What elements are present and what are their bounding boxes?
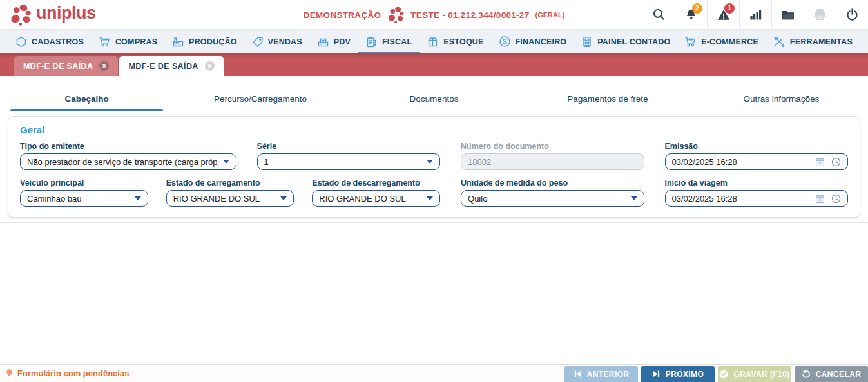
button-label: CANCELAR (816, 370, 862, 379)
field-label: Emissão (665, 142, 848, 151)
tipo-emitente-select[interactable]: Não prestador de serviço de transporte (… (20, 153, 236, 170)
selected-value: Caminhão baú (27, 194, 130, 204)
window-tab-mdfe-active[interactable]: MDF-E DE SAÍDA × (119, 56, 223, 76)
tab-pagamentos-frete[interactable]: Pagamentos de frete (521, 90, 694, 111)
print-button (804, 0, 836, 30)
nav-item-producao[interactable]: PRODUÇÃO (171, 30, 238, 53)
tab-documentos[interactable]: Documentos (347, 90, 521, 111)
statistics-button[interactable] (739, 0, 771, 30)
search-button[interactable] (642, 0, 675, 30)
window-tab-mdfe-inactive[interactable]: MDF-E DE SAÍDA × (14, 56, 118, 76)
field-veiculo-principal: Veículo principal Caminhão baú (20, 178, 148, 207)
tools-icon (773, 36, 786, 48)
nav-label: VENDAS (268, 37, 302, 46)
form-tabs: Cabeçalho Percurso/Carregamento Document… (0, 90, 868, 111)
company-flower-icon (387, 6, 405, 24)
field-label: Veículo principal (20, 178, 148, 187)
field-estado-descarregamento: Estado de descarregamento RIO GRANDE DO … (312, 178, 440, 207)
gravar-button[interactable]: GRAVAR (F10) (718, 366, 791, 382)
calculator-icon (581, 36, 593, 48)
nav-item-ecommerce[interactable]: E-COMMERCE (683, 30, 760, 53)
selected-value: Não prestador de serviço de transporte (… (27, 157, 218, 167)
serie-select[interactable]: 1 (257, 153, 440, 170)
notifications-badge: 2 (692, 3, 702, 14)
close-icon[interactable]: × (99, 61, 109, 71)
cancelar-button[interactable]: CANCELAR (795, 366, 868, 382)
tab-cabecalho[interactable]: Cabeçalho (0, 90, 173, 111)
environment-label: DEMONSTRAÇÃO (304, 10, 381, 20)
notifications-button[interactable]: 2 (675, 0, 707, 30)
nav-item-cadastros[interactable]: CADASTROS (14, 30, 85, 53)
proximo-button[interactable]: PRÓXIMO (641, 366, 715, 382)
nav-label: PAINEL CONTADOR (597, 37, 670, 46)
calendar-icon[interactable] (815, 194, 825, 204)
hexagon-icon (15, 36, 27, 48)
field-label: Início da viagem (665, 178, 848, 187)
module-nav: CADASTROS COMPRAS PRODUÇÃO (0, 30, 868, 53)
check-circle-icon (719, 370, 728, 379)
uniplus-flower-icon (9, 3, 32, 26)
logo-text: uniplus (36, 3, 96, 23)
unidade-peso-select[interactable]: Quilo (461, 190, 644, 207)
tab-outras-informacoes[interactable]: Outras informações (695, 90, 868, 111)
nav-label: COMPRAS (115, 37, 157, 46)
geral-form-card: Geral Tipo do emitente Não prestador de … (8, 116, 860, 218)
anterior-button[interactable]: ANTERIOR (564, 366, 638, 382)
field-label: Número do documento (461, 142, 644, 151)
nav-item-painel-contador[interactable]: PAINEL CONTADOR (580, 30, 671, 53)
folder-icon (781, 8, 795, 22)
footer-buttons: ANTERIOR PRÓXIMO GRAVAR (F10) (564, 365, 868, 382)
clipboard-icon (365, 36, 378, 48)
nav-label: E-COMMERCE (701, 37, 758, 46)
clock-icon[interactable] (831, 194, 841, 204)
chevron-down-icon (223, 160, 229, 164)
field-label: Tipo do emitente (20, 142, 236, 151)
main-content: Cabeçalho Percurso/Carregamento Document… (0, 76, 868, 364)
nav-item-fiscal[interactable]: FISCAL (364, 30, 413, 53)
logout-button[interactable] (836, 0, 868, 30)
chevron-down-icon (427, 196, 433, 200)
files-button[interactable] (771, 0, 804, 30)
field-label: Estado de carregamento (166, 178, 294, 187)
datetime-icons (815, 157, 841, 167)
box-icon (427, 36, 439, 48)
alerts-button[interactable]: 1 (707, 0, 739, 30)
pending-link-container[interactable]: Formulário com pendências (5, 368, 129, 379)
pending-link[interactable]: Formulário com pendências (17, 368, 129, 378)
field-inicio-viagem: Início da viagem 03/02/2025 16:28 (665, 178, 848, 207)
nav-item-financeiro[interactable]: FINANCEIRO (497, 30, 568, 53)
skip-next-icon (652, 370, 661, 378)
input-value: 03/02/2025 16:28 (672, 194, 815, 204)
chevron-down-icon (427, 160, 433, 164)
nav-item-ferramentas[interactable]: FERRAMENTAS (772, 30, 854, 53)
calendar-icon[interactable] (815, 157, 825, 167)
field-emissao: Emissão 03/02/2025 16:28 (665, 142, 848, 170)
clock-icon[interactable] (831, 157, 841, 167)
inicio-viagem-datetime-input[interactable]: 03/02/2025 16:28 (665, 190, 848, 207)
numero-documento-input: 18002 (461, 153, 644, 170)
estado-carregamento-select[interactable]: RIO GRANDE DO SUL (166, 190, 294, 207)
nav-item-vendas[interactable]: VENDAS (251, 30, 304, 53)
tab-percurso-carregamento[interactable]: Percurso/Carregamento (173, 90, 347, 111)
content-divider (0, 222, 868, 223)
nav-item-pdv[interactable]: PDV (316, 30, 352, 53)
veiculo-principal-select[interactable]: Caminhão baú (20, 190, 148, 207)
emissao-datetime-input[interactable]: 03/02/2025 16:28 (665, 153, 848, 170)
field-label: Unidade de medida do peso (461, 178, 644, 187)
nav-label: PRODUÇÃO (189, 37, 237, 46)
dollar-icon (499, 35, 511, 48)
nav-label: CADASTROS (32, 37, 84, 46)
button-label: PRÓXIMO (666, 370, 704, 379)
field-numero-documento: Número do documento 18002 (461, 142, 644, 170)
search-icon (652, 8, 666, 21)
nav-item-estoque[interactable]: ESTOQUE (425, 30, 485, 53)
window-tab-label: MDF-E DE SAÍDA (128, 62, 198, 71)
close-icon[interactable]: × (205, 61, 215, 71)
top-header: uniplus DEMONSTRAÇÃO TESTE - 01.212.344/… (0, 0, 868, 30)
nav-item-compras[interactable]: COMPRAS (97, 30, 159, 53)
button-label: ANTERIOR (587, 370, 630, 379)
nav-label: ESTOQUE (443, 37, 483, 46)
undo-icon (802, 370, 811, 379)
window-tab-label: MDF-E DE SAÍDA (23, 62, 93, 71)
estado-descarregamento-select[interactable]: RIO GRANDE DO SUL (312, 190, 440, 207)
